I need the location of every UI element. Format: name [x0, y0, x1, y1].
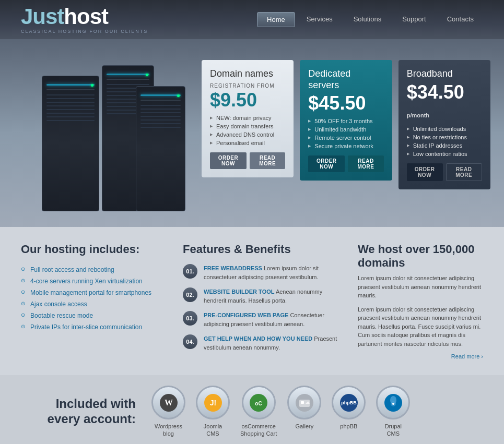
dedicated-feature-2: Unlimited bandwidth	[308, 125, 383, 134]
led-3	[177, 94, 180, 97]
header: Justhost Classical Hosting For Our Clien…	[0, 0, 504, 39]
domain-features: NEW: domain privacy Easy domain transfer…	[210, 114, 285, 147]
svg-rect-8	[301, 401, 304, 404]
domain-read-button[interactable]: Read More	[250, 152, 285, 169]
feature-link-3[interactable]: PRE-CONFIGURED WEB PAGE	[204, 312, 288, 318]
feature-text-3: PRE-CONFIGURED WEB PAGE Consectetuer adi…	[204, 311, 342, 328]
features-title: Features & Benefits	[183, 243, 342, 256]
dedicated-features: 50% OFF for 3 months Unlimited bandwidth…	[308, 117, 383, 150]
server-towers	[10, 50, 188, 211]
feature-link-2[interactable]: WEBSITE BUILDER TOOL	[204, 289, 274, 295]
broadband-title: Broadband	[407, 68, 482, 80]
broadband-buttons: Order Now Read More	[407, 163, 482, 181]
wehost-read-more[interactable]: Read more ›	[358, 353, 483, 359]
hosting-item-2[interactable]: 4-core servers running Xen virtualizatio…	[21, 275, 167, 287]
app-icon-drupal[interactable]: DrupalCMS	[376, 386, 410, 438]
feature-link-4[interactable]: GET HELP WHEN AND HOW YOU NEED	[204, 335, 312, 342]
price-card-domain: Domain names Registration from $9.50 NEW…	[202, 60, 294, 177]
feature-text-1: FREE WEBADDRESS Lorem ipsum dolor sit co…	[204, 264, 342, 281]
wordpress-icon: W	[151, 386, 185, 419]
phpbb-label: phpBB	[340, 423, 357, 430]
hosting-includes: Our hosting includes: Full root access a…	[21, 243, 167, 359]
domain-title: Domain names	[210, 68, 285, 80]
broadband-order-button[interactable]: Order Now	[407, 163, 443, 181]
led-2	[146, 74, 148, 76]
included-label: Included with every account:	[21, 397, 136, 427]
domain-price: $9.50	[210, 91, 285, 110]
wehost-para2: Lorem ipsum dolor sit consectetuer adipi…	[358, 305, 483, 349]
broadband-features: Unlimited downloads No ties or restricti…	[407, 125, 482, 158]
wehost-para1: Lorem ipsum dolor sit consectetuer adipi…	[358, 274, 483, 300]
app-icon-joomla[interactable]: J! JoomlaCMS	[196, 386, 230, 438]
led-1	[91, 84, 93, 87]
svg-text:J!: J!	[209, 399, 216, 407]
oscommerce-icon: oC	[242, 386, 276, 419]
domain-buttons: Order Now Read More	[210, 152, 285, 169]
domain-feature-2: Easy domain transfers	[210, 122, 285, 130]
app-icon-gallery[interactable]: Gallery	[287, 386, 321, 430]
nav-home[interactable]: Home	[257, 12, 295, 27]
we-host: We host over 150,000 domains Lorem ipsum…	[358, 243, 483, 359]
hosting-item-4[interactable]: Ajax console access	[21, 298, 167, 310]
dedicated-read-button[interactable]: Read MoRE	[348, 155, 383, 172]
pricing-cards: Domain names Registration from $9.50 NEW…	[198, 50, 494, 189]
logo-part2: host	[64, 4, 108, 29]
feature-link-1[interactable]: FREE WEBADDRESS	[204, 265, 262, 271]
feature-item-3: 03. PRE-CONFIGURED WEB PAGE Consectetuer…	[183, 311, 342, 328]
wordpress-label: Wordpressblog	[155, 423, 182, 438]
feature-item-2: 02. WEBSITE BUILDER TOOL Aenean nonummy …	[183, 287, 342, 305]
dedicated-feature-3: Remote server control	[308, 134, 383, 142]
broadband-feature-3: Static IP addresses	[407, 141, 482, 150]
broadband-read-button[interactable]: Read More	[446, 163, 482, 181]
feature-text-2: WEBSITE BUILDER TOOL Aenean nonummy hend…	[204, 287, 342, 305]
dedicated-buttons: Order Now Read MoRE	[308, 155, 383, 172]
hosting-item-5[interactable]: Bootable rescue mode	[21, 310, 167, 321]
wehost-title: We host over 150,000 domains	[358, 243, 483, 270]
domain-subtitle: Registration from	[210, 83, 285, 89]
svg-point-15	[392, 403, 394, 405]
nav-services[interactable]: Services	[297, 12, 342, 27]
hosting-list: Full root access and rebooting 4-core se…	[21, 264, 167, 333]
nav-support[interactable]: Support	[393, 12, 436, 27]
logo-area: Justhost Classical Hosting For Our Clien…	[21, 6, 148, 34]
hosting-title: Our hosting includes:	[21, 243, 167, 256]
svg-text:phpBB: phpBB	[341, 400, 357, 405]
domain-order-button[interactable]: Order Now	[210, 152, 247, 169]
feature-num-2: 02.	[183, 287, 197, 302]
domain-feature-4: Personalised email	[210, 139, 285, 147]
domain-feature-1: NEW: domain privacy	[210, 114, 285, 122]
main-nav: Home Services Solutions Support Contacts	[257, 12, 483, 27]
gallery-label: Gallery	[295, 423, 313, 430]
broadband-feature-2: No ties or restrictions	[407, 133, 482, 141]
nav-contacts[interactable]: Contacts	[438, 12, 483, 27]
dedicated-feature-1: 50% OFF for 3 months	[308, 117, 383, 125]
feature-item-4: 04. GET HELP WHEN AND HOW YOU NEED Praes…	[183, 334, 342, 352]
features-benefits: Features & Benefits 01. FREE WEBADDRESS …	[183, 243, 342, 359]
dedicated-order-button[interactable]: Order Now	[308, 155, 345, 172]
dedicated-price: $45.50	[308, 94, 383, 113]
drupal-icon	[376, 386, 410, 419]
domain-feature-3: Advanced DNS control	[210, 130, 285, 139]
joomla-label: JoomlaCMS	[204, 423, 222, 438]
feature-num-3: 03.	[183, 311, 197, 326]
svg-text:oC: oC	[255, 401, 262, 406]
hosting-item-3[interactable]: Mobile management portal for smartphones	[21, 287, 167, 298]
dedicated-feature-4: Secure private network	[308, 142, 383, 150]
nav-solutions[interactable]: Solutions	[344, 12, 391, 27]
logo-tagline: Classical Hosting For Our Clients	[21, 29, 148, 34]
app-icon-oscommerce[interactable]: oC osCommerceShopping Cart	[240, 386, 277, 438]
oscommerce-label: osCommerceShopping Cart	[240, 423, 277, 438]
dedicated-title: Dedicated servers	[308, 68, 383, 91]
broadband-feature-4: Low contention ratios	[407, 150, 482, 158]
svg-text:W: W	[165, 398, 173, 407]
price-card-broadband: Broadband $34.50 p/month Unlimited downl…	[398, 60, 490, 189]
app-icon-wordpress[interactable]: W Wordpressblog	[151, 386, 185, 438]
joomla-icon: J!	[196, 386, 230, 419]
hosting-item-1[interactable]: Full root access and rebooting	[21, 264, 167, 275]
broadband-suffix: p/month	[407, 112, 429, 118]
hosting-item-6[interactable]: Private IPs for inter-slice communicatio…	[21, 321, 167, 333]
server-tower-3	[136, 86, 185, 211]
app-icon-phpbb[interactable]: phpBB phpBB	[332, 386, 366, 430]
feature-num-4: 04.	[183, 334, 197, 349]
broadband-feature-1: Unlimited downloads	[407, 125, 482, 133]
